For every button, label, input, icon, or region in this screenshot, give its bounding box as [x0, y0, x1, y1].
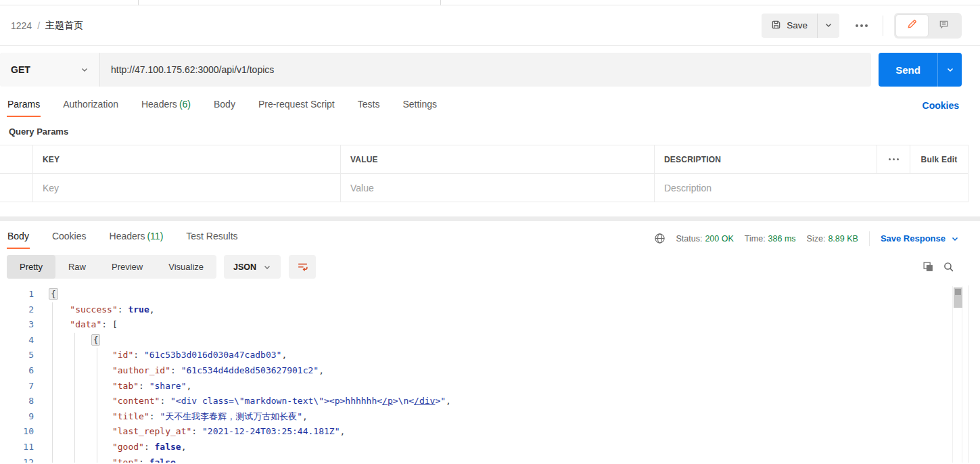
send-button-group: Send: [879, 53, 962, 87]
chevron-down-icon: [263, 263, 271, 271]
line-content: "top": false,: [49, 455, 181, 463]
line-number: 4: [0, 333, 34, 348]
code-line: 6 "author_id": "61c534d4dde8d503627901c2…: [0, 363, 980, 379]
tab-pre-request-script[interactable]: Pre-request Script: [258, 96, 335, 117]
breadcrumb-collection[interactable]: 1224: [11, 20, 32, 31]
row-select-cell[interactable]: [0, 174, 32, 202]
comments-button[interactable]: [928, 15, 960, 37]
tab-separator: [440, 0, 441, 5]
line-wrap-icon: [297, 261, 308, 273]
response-meta: Status:200 OK Time:386 ms Size:8.89 KB S…: [654, 231, 960, 246]
view-pretty-button[interactable]: Pretty: [7, 255, 55, 279]
request-tabs: Params Authorization Headers(6) Body Pre…: [0, 87, 980, 117]
response-tab-test-results[interactable]: Test Results: [185, 228, 238, 249]
line-number: 8: [0, 394, 34, 409]
save-response-button[interactable]: Save Response: [881, 233, 959, 243]
method-value: GET: [11, 64, 30, 75]
line-wrap-button[interactable]: [289, 255, 316, 279]
pencil-icon: [907, 19, 917, 32]
line-content: {: [49, 333, 100, 348]
line-number: 12: [0, 455, 34, 463]
globe-network-icon[interactable]: [654, 233, 666, 244]
line-number: 6: [0, 363, 34, 379]
params-more-options-icon[interactable]: [877, 145, 910, 173]
column-header-value: VALUE: [340, 145, 654, 173]
tab-authorization[interactable]: Authorization: [62, 96, 119, 117]
size-badge: Size:8.89 KB: [807, 234, 858, 243]
code-line: 10 "last_reply_at": "2021-12-24T03:25:44…: [0, 424, 980, 440]
status-badge: Status:200 OK: [676, 234, 734, 243]
line-number: 5: [0, 348, 34, 363]
code-line: 11 "good": false,: [0, 440, 980, 455]
key-input[interactable]: [43, 183, 325, 193]
chevron-down-icon: [80, 66, 89, 74]
line-content: "last_reply_at": "2021-12-24T03:25:44.18…: [49, 424, 345, 440]
response-tab-cookies[interactable]: Cookies: [51, 228, 87, 249]
code-lines: 1{2 "success": true,3 "data": [4 {5 "id"…: [0, 287, 980, 463]
line-content: "success": true,: [49, 302, 155, 318]
table-header-row: KEY VALUE DESCRIPTION Bulk Edit: [0, 145, 969, 174]
view-raw-button[interactable]: Raw: [55, 255, 99, 279]
line-number: 1: [0, 287, 34, 302]
line-number: 3: [0, 317, 34, 333]
code-line: 3 "data": [: [0, 317, 980, 333]
response-tab-body[interactable]: Body: [7, 228, 30, 249]
copy-response-button[interactable]: [923, 261, 934, 273]
response-view-bar: Pretty Raw Preview Visualize JSON: [0, 255, 980, 279]
code-line: 5 "id": "61c53b3d016d030a47cadb03",: [0, 348, 980, 363]
line-content: {: [49, 287, 58, 302]
tab-settings[interactable]: Settings: [402, 96, 438, 117]
pane-divider: [0, 216, 980, 221]
url-input[interactable]: [100, 53, 871, 87]
url-box: GET: [0, 53, 871, 87]
response-tabs: Body Cookies Headers(11) Test Results St…: [0, 221, 980, 249]
bulk-edit-button[interactable]: Bulk Edit: [910, 145, 969, 173]
breadcrumb-separator: /: [37, 20, 40, 31]
method-select[interactable]: GET: [0, 53, 100, 87]
line-content: "data": [: [49, 317, 118, 333]
tab-headers[interactable]: Headers(6): [141, 96, 191, 117]
edit-mode-button[interactable]: [896, 15, 928, 37]
breadcrumb: 1224 / 主题首页: [11, 20, 83, 32]
save-button-label: Save: [787, 20, 808, 30]
line-content: "id": "61c53b3d016d030a47cadb03",: [49, 348, 287, 363]
line-content: "tab": "share",: [49, 379, 191, 394]
tab-separator: [138, 0, 139, 5]
description-input[interactable]: [664, 183, 953, 193]
response-body-editor: 1{2 "success": true,3 "data": [4 {5 "id"…: [0, 285, 980, 463]
line-number: 7: [0, 379, 34, 394]
more-actions-icon[interactable]: [851, 20, 872, 31]
line-number: 2: [0, 302, 34, 318]
line-number: 9: [0, 409, 34, 425]
save-options-button[interactable]: [817, 14, 839, 38]
column-header-key: KEY: [32, 145, 340, 173]
meta-divider: [869, 231, 870, 246]
chevron-down-icon: [824, 20, 833, 32]
line-number: 10: [0, 424, 34, 440]
search-icon: [943, 261, 954, 273]
response-tab-headers[interactable]: Headers(11): [109, 228, 164, 249]
view-preview-button[interactable]: Preview: [99, 255, 156, 279]
code-line: 4 {: [0, 333, 980, 348]
save-button-group: Save: [762, 14, 839, 38]
tab-params[interactable]: Params: [7, 96, 41, 117]
format-select[interactable]: JSON: [224, 255, 281, 279]
column-header-description: DESCRIPTION: [654, 145, 877, 173]
breadcrumb-request-title[interactable]: 主题首页: [45, 20, 83, 32]
chevron-down-icon: [946, 66, 954, 74]
search-response-button[interactable]: [943, 261, 954, 273]
value-input[interactable]: [350, 183, 639, 193]
chevron-down-icon: [951, 235, 959, 243]
send-options-button[interactable]: [937, 53, 962, 87]
tab-body[interactable]: Body: [213, 96, 236, 117]
view-visualize-button[interactable]: Visualize: [156, 255, 216, 279]
save-button[interactable]: Save: [762, 14, 817, 38]
comment-bubble-icon: [939, 19, 949, 32]
tab-tests[interactable]: Tests: [357, 96, 381, 117]
cookies-link[interactable]: Cookies: [923, 100, 959, 117]
table-row: [0, 174, 969, 202]
code-line: 2 "success": true,: [0, 302, 980, 318]
request-tab-strip: [0, 0, 980, 5]
row-select-column: [0, 145, 32, 173]
send-button[interactable]: Send: [879, 53, 937, 87]
